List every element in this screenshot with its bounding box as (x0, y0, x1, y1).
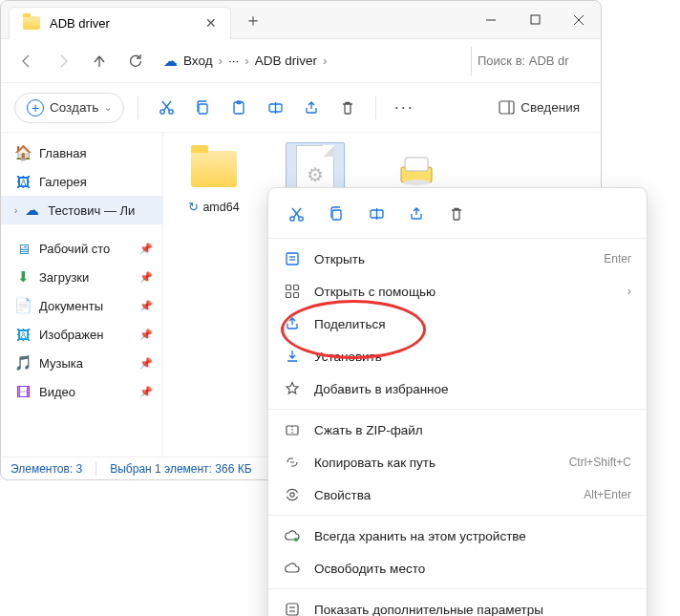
ctx-free-space[interactable]: Освободить место (268, 552, 647, 584)
ctx-label: Показать дополнительные параметры (314, 603, 543, 617)
onedrive-cloud-icon: ☁ (163, 53, 178, 70)
maximize-button[interactable] (513, 1, 557, 39)
ctx-install[interactable]: Установить (268, 340, 647, 372)
sidebar-label: Тестович — Ли (48, 203, 135, 218)
svg-line-7 (162, 101, 170, 111)
svg-rect-8 (199, 104, 207, 114)
tab-active[interactable]: ADB driver ✕ (9, 7, 231, 39)
cloud-keep-icon (284, 529, 301, 542)
crumb-dots[interactable]: ··· (228, 53, 239, 68)
copy-button[interactable] (188, 94, 217, 122)
tab-close-button[interactable]: ✕ (205, 15, 217, 31)
close-window-button[interactable] (557, 1, 601, 39)
ctx-cut-button[interactable] (280, 200, 312, 228)
breadcrumb[interactable]: ☁ Вход › ··· › ADB driver › (163, 53, 467, 70)
home-icon: 🏠 (14, 144, 32, 161)
share-button[interactable] (297, 94, 326, 122)
ctx-label: Открыть с помощью (314, 285, 436, 299)
sidebar-label: Видео (39, 385, 75, 399)
chevron-right-icon: › (323, 53, 328, 68)
new-tab-button[interactable]: ＋ (244, 9, 262, 32)
more-button[interactable]: ··· (390, 94, 418, 122)
context-icon-row (268, 194, 647, 234)
ctx-open[interactable]: Открыть Enter (268, 243, 647, 275)
ctx-label: Установить (314, 350, 382, 364)
music-icon: 🎵 (14, 354, 32, 372)
sidebar-label: Галерея (39, 175, 87, 189)
sidebar-videos[interactable]: 🎞 Видео 📌 (1, 377, 162, 406)
sidebar-label: Рабочий сто (39, 242, 110, 256)
svg-rect-16 (405, 158, 428, 171)
window-controls (469, 1, 601, 39)
svg-line-6 (163, 101, 171, 111)
ctx-zip[interactable]: Сжать в ZIP-файл (268, 414, 647, 446)
refresh-button[interactable] (119, 45, 152, 77)
ctx-open-with[interactable]: Открыть с помощью › (268, 275, 647, 308)
sidebar-music[interactable]: 🎵 Музыка 📌 (1, 349, 162, 377)
forward-button[interactable] (47, 45, 79, 77)
ctx-copy-button[interactable] (320, 200, 352, 228)
ctx-label: Копировать как путь (314, 456, 436, 470)
crumb-entry[interactable]: Вход (183, 53, 213, 68)
pin-icon: 📌 (139, 386, 153, 398)
pictures-icon: 🖼 (14, 326, 32, 343)
sidebar-onedrive[interactable]: › ☁ Тестович — Ли (1, 196, 162, 224)
chevron-right-icon: › (244, 53, 249, 68)
search-input[interactable]: Поиск в: ADB dr (471, 47, 591, 75)
file-item-folder[interactable]: ↻amd64 (177, 142, 251, 214)
file-name: amd64 (202, 201, 239, 214)
share-icon (284, 316, 301, 331)
details-label: Сведения (521, 100, 580, 115)
ctx-more-options[interactable]: Показать дополнительные параметры (268, 593, 647, 616)
plus-icon: + (27, 99, 44, 117)
sidebar-downloads[interactable]: ⬇ Загрузки 📌 (1, 263, 162, 291)
ctx-rename-button[interactable] (360, 200, 393, 228)
status-count: Элементов: 3 (11, 462, 82, 476)
zip-icon (284, 422, 301, 437)
download-icon: ⬇ (14, 268, 32, 286)
ctx-properties[interactable]: Свойства Alt+Enter (268, 478, 647, 511)
svg-rect-28 (287, 286, 291, 290)
details-icon (499, 100, 515, 115)
ctx-copy-path[interactable]: Копировать как путь Ctrl+Shift+C (268, 446, 647, 478)
svg-rect-36 (287, 604, 298, 615)
ctx-keep-device[interactable]: Всегда хранить на этом устройстве (268, 520, 647, 552)
ctx-delete-button[interactable] (440, 200, 473, 228)
install-icon (284, 349, 301, 364)
ctx-share[interactable]: Поделиться (268, 308, 647, 340)
status-selection: Выбран 1 элемент: 366 КБ (96, 462, 251, 476)
sidebar-documents[interactable]: 📄 Документы 📌 (1, 291, 162, 320)
sidebar-home[interactable]: 🏠 Главная (1, 138, 162, 167)
separator (268, 238, 647, 239)
delete-button[interactable] (333, 94, 362, 122)
separator (268, 409, 647, 410)
rename-button[interactable] (261, 94, 289, 122)
back-button[interactable] (11, 45, 43, 77)
svg-rect-13 (499, 101, 514, 114)
open-with-icon (284, 284, 301, 299)
paste-button[interactable] (224, 94, 253, 122)
sidebar-pictures[interactable]: 🖼 Изображен 📌 (1, 320, 162, 349)
up-button[interactable] (83, 45, 116, 77)
crumb-current[interactable]: ADB driver (255, 53, 317, 68)
create-button[interactable]: + Создать ⌄ (14, 93, 124, 123)
ctx-label: Сжать в ZIP-файл (314, 423, 423, 437)
context-menu: Открыть Enter Открыть с помощью › Подели… (267, 187, 648, 616)
sidebar-desktop[interactable]: 🖥 Рабочий сто 📌 (1, 234, 162, 263)
minimize-button[interactable] (469, 1, 513, 39)
copy-path-icon (284, 455, 301, 470)
separator (375, 96, 376, 119)
cloud-free-icon (284, 562, 301, 575)
sidebar-label: Главная (39, 146, 86, 160)
more-options-icon (284, 602, 301, 616)
pin-icon: 📌 (139, 271, 153, 284)
ctx-share-button[interactable] (400, 200, 433, 228)
sidebar-gallery[interactable]: 🖼 Галерея (1, 167, 162, 196)
pin-icon: 📌 (139, 243, 153, 255)
navbar: ☁ Вход › ··· › ADB driver › Поиск в: ADB… (1, 39, 601, 83)
separator (268, 588, 647, 589)
details-button[interactable]: Сведения (491, 96, 587, 118)
svg-point-34 (290, 493, 294, 497)
cut-button[interactable] (152, 94, 181, 122)
ctx-favorite[interactable]: Добавить в избранное (268, 372, 647, 405)
